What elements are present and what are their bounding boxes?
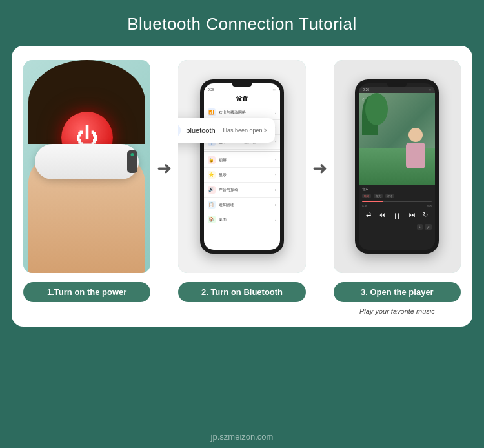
device-side-panel [127,150,137,173]
player-time: 9:26 [363,88,369,92]
bt-popup-icon: ᛒ [178,123,181,137]
bt-popup-name: bluetooth [186,127,223,134]
next-button[interactable]: ⏭ [409,211,416,221]
player-screen: 9:26 ▪▪ [359,83,435,250]
display-arrow: › [275,173,276,178]
eye-massager-scene: ⏻ [23,60,150,273]
settings-display: ⭐ 显示 › [204,168,280,183]
sound-icon: 🔊 [208,186,216,194]
tab-comments[interactable]: 评论 [385,194,394,198]
main-card: ⏻ 1.Turn on the power ➜ [12,46,472,327]
settings-notification: 📋 通知管理 › [204,198,280,212]
arrow-2: ➜ [312,158,327,179]
watermark: jp.szmeizon.com [211,432,274,442]
step-1-image: ⏻ [23,60,150,273]
step-2-label: 2. Turn on Bluetooth [178,282,305,302]
player-progress-fill [362,201,383,202]
desktop-icon: 🏠 [208,216,216,223]
prev-button[interactable]: ⏮ [379,211,385,221]
phone-frame: 9:28 ▪▪▪ 设置 📶 欢卡与移动网络 › 〜 WLA [200,79,284,254]
bluetooth-popup[interactable]: ᛒ bluetooth Has been open > [178,118,275,143]
lock-arrow: › [275,158,276,163]
time-labels: 0:30 3:45 [362,205,432,208]
page-title: Bluetooth Connection Tutorial [0,0,484,46]
step-3-image: 9:26 ▪▪ [334,60,461,273]
player-title-row: 音乐 ⋮ [362,187,432,191]
divider [204,151,280,152]
bt-popup-status: Has been open > [223,127,268,134]
network-icon: 📶 [208,108,216,116]
notification-arrow: › [275,203,276,207]
tab-related[interactable]: 相关 [374,194,383,198]
person-head [408,128,423,142]
download-row: ↓ ↗ [362,224,432,230]
shuffle-button[interactable]: ⇄ [366,211,371,221]
status-bar: 9:28 ▪▪▪ [204,87,280,93]
player-phone-frame: 9:26 ▪▪ [355,79,439,254]
steps-row: ⏻ 1.Turn on the power ➜ [23,60,461,315]
player-tabs: 歌词 相关 评论 [362,194,432,198]
arrow-1: ➜ [157,158,172,179]
back-arrow[interactable]: ‹ [362,96,364,103]
bluetooth-arrow: › [275,140,276,145]
step-2: 9:28 ▪▪▪ 设置 📶 欢卡与移动网络 › 〜 WLA [178,60,305,302]
display-icon: ⭐ [208,171,216,179]
share-btn[interactable]: ↗ [425,224,432,230]
phone-screen: 9:28 ▪▪▪ 设置 📶 欢卡与移动网络 › 〜 WLA [204,83,280,250]
step-1: ⏻ 1.Turn on the power [23,60,150,302]
player-buttons: ⇄ ⏮ ⏸ ⏭ ↻ [362,211,432,221]
current-time: 0:30 [362,205,367,208]
player-controls: 音乐 ⋮ 歌词 相关 评论 [359,185,435,250]
tree2 [365,93,388,125]
signal: ▪▪▪ [273,88,276,92]
network-arrow: › [275,110,276,115]
repeat-button[interactable]: ↻ [423,211,428,221]
player-signal: ▪▪ [429,88,432,92]
phone-container-3: 9:26 ▪▪ [334,60,461,273]
network-label: 欢卡与移动网络 [219,110,246,116]
tab-lyrics[interactable]: 歌词 [362,194,371,198]
device-dot [131,153,134,156]
time: 9:28 [208,88,214,92]
desktop-arrow: › [275,218,276,222]
step-2-image: 9:28 ▪▪▪ 设置 📶 欢卡与移动网络 › 〜 WLA [178,60,305,273]
notification-label: 通知管理 [219,202,234,208]
person-body [406,143,425,168]
settings-sound: 🔊 声音与振动 › [204,183,280,198]
settings-lock: 🔒 锁屏 › [204,153,280,168]
notification-icon: 📋 [208,201,216,209]
sound-label: 声音与振动 [219,187,238,193]
player-photo: ‹ [359,93,435,185]
play-button[interactable]: ⏸ [392,211,401,221]
player-status-bar: 9:26 ▪▪ [359,87,435,93]
step-3-label: 3. Open the player [334,282,461,302]
step-1-label: 1.Turn on the power [23,282,150,302]
phone-container: 9:28 ▪▪▪ 设置 📶 欢卡与移动网络 › 〜 WLA [178,60,305,273]
download-btn[interactable]: ↓ [417,224,423,230]
player-progress-bar[interactable] [362,201,432,202]
step-3-sublabel: Play your favorite music [359,307,435,315]
lock-icon: 🔒 [208,156,216,164]
settings-desktop: 🏠 桌面 › [204,212,280,227]
display-label: 显示 [219,172,227,178]
person [406,128,425,168]
eye-massager-device [35,144,139,179]
settings-title: 设置 [204,93,280,105]
player-menu: ⋮ [429,187,432,191]
total-time: 3:45 [427,205,432,208]
step-3: 9:26 ▪▪ [334,60,461,315]
lock-label: 锁屏 [219,158,227,163]
desktop-label: 桌面 [219,217,227,223]
music-info: 音乐 [362,187,368,191]
page-header: Bluetooth Connection Tutorial [0,0,484,46]
sound-arrow: › [275,188,276,192]
